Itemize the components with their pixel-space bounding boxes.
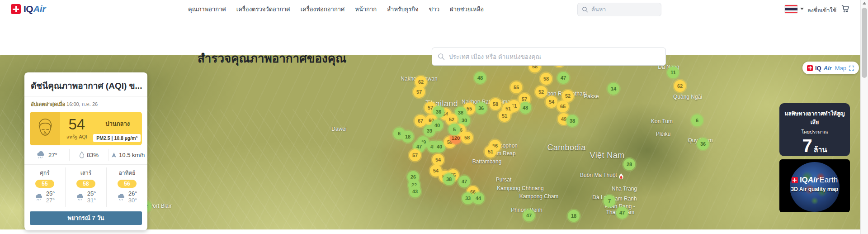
wind-cell: 10.5 km/h: [108, 149, 147, 161]
chevron-down-icon[interactable]: [800, 8, 804, 10]
map-place-label: Pakse: [584, 93, 599, 100]
main-nav: คุณภาพอากาศเครื่องตรวจวัดอากาศเครื่องฟอก…: [188, 0, 484, 18]
page-scrollbar[interactable]: [860, 0, 868, 234]
forecast-temp-high: 26°: [128, 191, 137, 197]
iqair-logo-icon: [11, 4, 21, 14]
map-place-label: Nha Trang: [612, 186, 637, 192]
iqair-logo[interactable]: IQAir: [11, 4, 46, 14]
header-search-input[interactable]: [591, 6, 650, 13]
iqair-earth-banner[interactable]: IQAirEarth 3D Air quality map: [779, 159, 850, 212]
aqi-marker[interactable]: 39: [424, 125, 435, 137]
aqi-marker[interactable]: 57: [409, 149, 421, 161]
forecast-temp-high: 25°: [46, 191, 55, 197]
cart-button[interactable]: [841, 4, 850, 15]
signin-link[interactable]: ลงชื่อเข้าใช้: [807, 6, 836, 15]
earth-subtitle: 3D Air quality map: [779, 186, 850, 192]
aqi-marker[interactable]: 5: [448, 124, 460, 135]
aqi-marker[interactable]: 55: [510, 81, 522, 93]
rain-cloud-icon: [117, 193, 126, 201]
thai-flag-language-selector[interactable]: [785, 5, 797, 13]
open-iqair-map-button[interactable]: IQAir Map: [802, 62, 859, 74]
map-place-label: Kampong Cham: [519, 193, 559, 200]
aqi-level-label: ปานกลาง: [105, 119, 130, 129]
map-place-label: Quảng Ngãi: [673, 94, 702, 100]
wind-value: 10.5 km/h: [119, 152, 145, 158]
scrollbar-thumb[interactable]: [862, 8, 867, 78]
aqi-marker[interactable]: 54: [432, 154, 444, 166]
top-header: IQAir คุณภาพอากาศเครื่องตรวจวัดอากาศเครื…: [0, 0, 868, 18]
fullscreen-icon: [849, 65, 854, 71]
map-place-label: Kon Tum: [651, 118, 673, 124]
aqi-marker[interactable]: 18: [568, 210, 580, 222]
location-search-input[interactable]: [449, 53, 657, 60]
forecast-day-3: อาทิตย์ 56 26°30°: [106, 167, 147, 207]
aqi-marker[interactable]: 38: [443, 173, 455, 185]
earth-word: Earth: [819, 176, 838, 184]
nav-item[interactable]: เครื่องฟอกอากาศ: [301, 5, 345, 14]
aqi-marker[interactable]: 51: [499, 110, 510, 122]
aqi-marker[interactable]: 62: [674, 80, 686, 92]
nav-item[interactable]: สำหรับธุรกิจ: [387, 5, 418, 14]
brand-air: Air: [33, 4, 46, 14]
aqi-marker[interactable]: 47: [523, 210, 535, 221]
header-search-box[interactable]: [577, 3, 661, 16]
aqi-marker[interactable]: 48: [474, 72, 486, 84]
aqi-marker[interactable]: 36: [697, 138, 709, 150]
aqi-marker[interactable]: 6: [691, 115, 703, 126]
nav-item[interactable]: ข่าว: [429, 5, 440, 14]
aqi-marker[interactable]: 57: [413, 86, 425, 98]
humidity-cell: 83%: [69, 149, 108, 161]
aqi-marker[interactable]: 7: [604, 195, 615, 207]
weather-row: 27° 83% 10.5 km/h: [24, 149, 147, 165]
nav-item[interactable]: ฝ่ายช่วยเหลือ: [450, 5, 484, 14]
forecast-day-2: เสาร์ 58 25°31°: [65, 167, 106, 207]
fire-incident-icon[interactable]: [618, 173, 624, 182]
aqi-marker[interactable]: 67: [415, 115, 426, 127]
aqi-marker[interactable]: 58: [461, 132, 473, 143]
forecast-temp-low: 31°: [87, 197, 96, 204]
deaths-line1: มลพิษทางอากาศทำให้สูญเสีย: [783, 109, 846, 126]
iqair-logo-icon: [792, 177, 798, 183]
aqi-marker[interactable]: 58: [540, 73, 552, 85]
wind-direction-icon: [111, 153, 117, 158]
map-place-label: Port Blair: [149, 203, 171, 209]
aqi-marker[interactable]: 44: [472, 192, 484, 204]
aqi-marker[interactable]: 52: [535, 86, 547, 98]
aqi-marker[interactable]: 36: [475, 102, 487, 114]
updated-label: อัปเดตล่าสุดเมื่อ: [31, 101, 65, 107]
card-title: ดัชนีคุณภาพอากาศ (AQI) ข...: [24, 78, 147, 96]
forecast-aqi-pill: 56: [118, 180, 136, 188]
aqi-marker[interactable]: 43: [409, 186, 421, 197]
aqi-marker[interactable]: 51: [485, 146, 496, 158]
scrollbar-up-arrow-icon[interactable]: [863, 2, 866, 5]
aqi-marker[interactable]: 65: [557, 100, 569, 112]
aqi-marker[interactable]: 14: [608, 83, 619, 95]
aqi-marker[interactable]: 58: [490, 98, 501, 110]
aqi-marker[interactable]: 47: [616, 207, 628, 219]
location-search-box[interactable]: [432, 48, 666, 66]
aqi-marker[interactable]: 54: [546, 96, 557, 108]
nav-item[interactable]: คุณภาพอากาศ: [188, 5, 226, 14]
aqi-marker[interactable]: 47: [557, 72, 569, 84]
aqi-marker[interactable]: 38: [566, 115, 578, 127]
temperature-value: 27°: [48, 152, 57, 158]
aqi-marker[interactable]: 47: [458, 176, 470, 187]
aqi-marker[interactable]: 48: [519, 102, 531, 114]
aqi-marker[interactable]: 11: [667, 67, 679, 78]
brand-air: Air: [824, 65, 832, 72]
air-pollution-deaths-panel: มลพิษทางอากาศทำให้สูญเสีย โดยประมาณ 7ล้า…: [779, 103, 850, 156]
aqi-marker[interactable]: 52: [562, 90, 574, 102]
forecast-aqi-pill: 58: [76, 180, 95, 188]
humidity-drop-icon: [79, 151, 85, 158]
deaths-number: 7: [802, 136, 812, 156]
aqi-value: 54: [68, 117, 85, 132]
aqi-marker[interactable]: 28: [623, 158, 635, 170]
nav-item[interactable]: เครื่องตรวจวัดอากาศ: [236, 5, 290, 14]
moderate-face-icon: [35, 117, 55, 140]
brand-iq: IQ: [800, 176, 808, 184]
aqi-face-panel: [30, 112, 60, 145]
nav-item[interactable]: หน้ากาก: [355, 5, 377, 14]
aqi-marker[interactable]: 18: [402, 131, 414, 143]
forecast-7day-button[interactable]: พยากรณ์ 7 วัน: [30, 211, 142, 225]
map-place-label: Dawei: [331, 126, 346, 132]
